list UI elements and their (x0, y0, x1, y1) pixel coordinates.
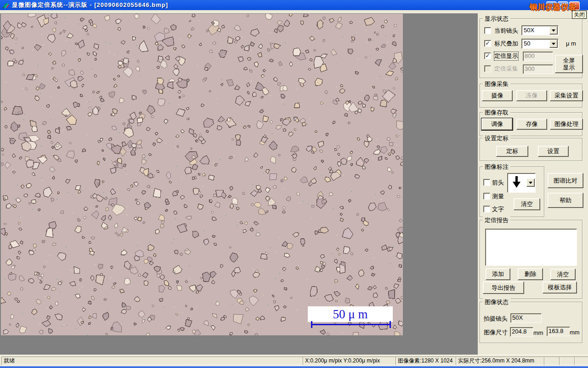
report-add-button[interactable]: 添加 (486, 268, 510, 280)
label-width-unit: mm (533, 329, 543, 336)
combo-scale-overlay[interactable]: 50 (521, 39, 559, 49)
group-display-status-title: 显示状态 (483, 15, 510, 23)
group-report-title: 定倍报告 (483, 216, 510, 224)
chevron-down-icon (552, 29, 555, 32)
combo-scale-overlay-dropdown[interactable] (549, 40, 558, 48)
group-calibration-title: 设置定标 (483, 134, 510, 143)
chevron-down-icon (552, 43, 555, 45)
checkbox-current-lens[interactable] (484, 27, 491, 34)
scale-bar-line (311, 324, 391, 325)
status-scale: X:0.200μ m/pix Y:0.200μ m/pix (303, 356, 397, 365)
label-image-size: 图像尺寸 (484, 328, 508, 337)
minimize-icon (548, 7, 553, 8)
checkbox-text[interactable] (483, 206, 490, 213)
checkbox-fixed-capture (484, 65, 491, 72)
arrow-down-glyph-icon (512, 176, 522, 189)
restore-button[interactable] (558, 1, 568, 10)
template-select-button[interactable]: 模板选择 (543, 282, 577, 293)
calibration-settings-button[interactable]: 设置 (538, 146, 569, 157)
combo-current-lens[interactable]: 50X (521, 25, 559, 35)
status-spare-3 (574, 356, 588, 365)
image-process-button[interactable]: 图像处理 (550, 119, 583, 130)
status-actual-size: 实际尺寸:256.0mm X 204.8mm (456, 356, 545, 365)
report-delete-button[interactable]: 删除 (518, 268, 543, 280)
control-panel: 显示状态 当前镜头 50X ✓ 标尺叠加 50 μ m ✓ 定倍显示 800 定… (478, 13, 588, 355)
micrograph-image[interactable] (1, 14, 403, 335)
report-clear-button[interactable]: 清空 (550, 269, 576, 280)
app-icon[interactable] (2, 1, 10, 9)
label-measure: 测量 (492, 192, 504, 201)
annotation-clear-button[interactable]: 清空 (514, 198, 540, 210)
chevron-down-icon (529, 182, 532, 184)
status-spare-2 (559, 356, 575, 365)
status-ready: 就绪 (1, 356, 304, 365)
checkbox-arrow[interactable] (483, 179, 490, 186)
label-scale-overlay: 标尺叠加 (494, 40, 518, 48)
title-bar[interactable]: 显微图像定倍系统--演示版 - [20090602055646.bmp] × (0, 0, 588, 10)
group-image-status-title: 图像状态 (483, 298, 510, 306)
combo-current-lens-dropdown[interactable] (549, 26, 558, 34)
field-image-width: 204.8 (510, 327, 533, 337)
close-icon: × (570, 2, 579, 10)
load-image-button[interactable]: 调像 (481, 118, 513, 130)
fullscreen-button[interactable]: 全屏 显示 (555, 55, 583, 73)
status-spare-1 (544, 356, 560, 365)
field-image-height: 163.8 (547, 327, 570, 336)
group-capture-title: 图像采集 (483, 80, 510, 88)
status-bar: 就绪 X:0.200μ m/pix Y:0.200μ m/pix 图像像素:12… (0, 355, 588, 367)
export-report-button[interactable]: 导出报告 (483, 282, 524, 294)
app-window: 显微图像定倍系统--演示版 - [20090602055646.bmp] × 铜… (0, 0, 588, 368)
label-fixed-display: 定倍显示 (494, 52, 518, 60)
label-current-lens: 当前镜头 (494, 27, 518, 35)
help-button[interactable]: 帮助 (548, 193, 583, 208)
checkbox-measure[interactable] (483, 193, 490, 200)
field-capture-lens: 50X (510, 313, 542, 323)
calibrate-button[interactable]: 定标 (496, 146, 528, 157)
window-title: 显微图像定倍系统--演示版 - [20090602055646.bmp] (12, 1, 168, 9)
label-fixed-capture: 定倍采集 (494, 65, 518, 73)
label-text: 文字 (492, 205, 504, 213)
label-height-unit: mm (570, 329, 580, 336)
close-button[interactable]: × (569, 1, 580, 10)
shoot-button[interactable]: 摄像 (482, 90, 513, 101)
status-pixels: 图像像素:1280 X 1024 (396, 356, 457, 365)
input-fixed-capture: 300 (523, 64, 553, 74)
group-storage-title: 图像存取 (483, 109, 510, 117)
label-micron-unit: μ m (566, 40, 576, 47)
checkbox-fixed-display[interactable]: ✓ (484, 52, 491, 59)
label-capture-lens: 拍摄镜头 (484, 315, 508, 323)
capture-settings-button[interactable]: 采集设置 (550, 90, 583, 101)
window-bottom-edge (0, 366, 588, 368)
close-tooltip: 关闭 (572, 11, 587, 19)
report-listbox[interactable] (485, 229, 577, 266)
scale-bar-label: 50 μ m (308, 306, 393, 322)
atlas-compare-button[interactable]: 图谱比对 (548, 173, 583, 188)
save-image-button[interactable]: 存像 (516, 119, 547, 130)
freeze-button: 冻像 (516, 90, 547, 101)
label-arrow: 箭头 (492, 178, 504, 187)
group-annotation-title: 图像标注 (483, 163, 510, 171)
minimize-button[interactable] (546, 1, 557, 10)
arrow-style-dropdown[interactable] (526, 178, 535, 187)
input-fixed-display: 800 (523, 52, 553, 61)
checkbox-scale-overlay[interactable]: ✓ (484, 40, 491, 47)
arrow-style-combo[interactable] (507, 173, 536, 193)
